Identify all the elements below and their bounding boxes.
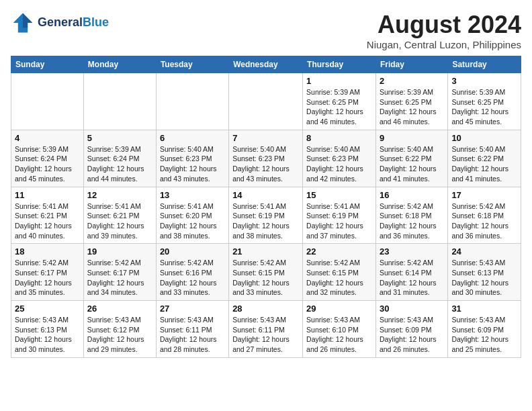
calendar-cell: 5Sunrise: 5:39 AM Sunset: 6:24 PM Daylig… [83,130,156,187]
weekday-header-row: SundayMondayTuesdayWednesdayThursdayFrid… [11,56,521,73]
day-number: 23 [380,246,444,257]
day-number: 14 [232,190,299,200]
day-info: Sunrise: 5:41 AM Sunset: 6:20 PM Dayligh… [160,201,225,241]
day-number: 22 [306,246,372,257]
day-number: 8 [306,133,372,143]
calendar-week-2: 4Sunrise: 5:39 AM Sunset: 6:24 PM Daylig… [11,130,521,187]
calendar-cell: 27Sunrise: 5:43 AM Sunset: 6:11 PM Dayli… [156,301,228,358]
page-header: GeneralBlue August 2024 Niugan, Central … [11,11,521,50]
calendar-cell: 3Sunrise: 5:39 AM Sunset: 6:25 PM Daylig… [448,73,521,130]
day-info: Sunrise: 5:39 AM Sunset: 6:24 PM Dayligh… [87,144,152,184]
day-number: 1 [306,76,372,86]
day-number: 17 [451,190,517,200]
calendar-cell: 19Sunrise: 5:42 AM Sunset: 6:17 PM Dayli… [83,244,156,301]
weekday-header-wednesday: Wednesday [229,56,303,73]
calendar-cell [156,73,228,130]
day-number: 5 [87,133,152,143]
calendar-cell: 11Sunrise: 5:41 AM Sunset: 6:21 PM Dayli… [11,187,84,244]
day-number: 25 [15,304,80,314]
calendar-week-1: 1Sunrise: 5:39 AM Sunset: 6:25 PM Daylig… [11,73,521,130]
day-info: Sunrise: 5:42 AM Sunset: 6:15 PM Dayligh… [232,258,299,298]
weekday-header-thursday: Thursday [303,56,376,73]
calendar-table: SundayMondayTuesdayWednesdayThursdayFrid… [11,56,521,358]
calendar-cell: 14Sunrise: 5:41 AM Sunset: 6:19 PM Dayli… [229,187,303,244]
day-info: Sunrise: 5:40 AM Sunset: 6:22 PM Dayligh… [451,144,517,184]
day-info: Sunrise: 5:39 AM Sunset: 6:25 PM Dayligh… [380,87,444,127]
day-info: Sunrise: 5:39 AM Sunset: 6:25 PM Dayligh… [451,87,517,127]
day-info: Sunrise: 5:40 AM Sunset: 6:23 PM Dayligh… [306,144,372,184]
calendar-cell: 17Sunrise: 5:42 AM Sunset: 6:18 PM Dayli… [448,187,521,244]
day-info: Sunrise: 5:43 AM Sunset: 6:11 PM Dayligh… [232,315,299,355]
calendar-body: 1Sunrise: 5:39 AM Sunset: 6:25 PM Daylig… [11,73,521,358]
calendar-cell: 12Sunrise: 5:41 AM Sunset: 6:21 PM Dayli… [83,187,156,244]
calendar-cell: 21Sunrise: 5:42 AM Sunset: 6:15 PM Dayli… [229,244,303,301]
weekday-header-monday: Monday [83,56,156,73]
day-info: Sunrise: 5:41 AM Sunset: 6:21 PM Dayligh… [15,201,80,241]
title-block: August 2024 Niugan, Central Luzon, Phili… [367,11,521,50]
day-number: 18 [15,246,80,257]
calendar-cell: 2Sunrise: 5:39 AM Sunset: 6:25 PM Daylig… [375,73,447,130]
svg-marker-1 [23,13,32,28]
weekday-header-tuesday: Tuesday [156,56,228,73]
day-info: Sunrise: 5:41 AM Sunset: 6:19 PM Dayligh… [232,201,299,241]
day-number: 26 [87,304,152,314]
logo: GeneralBlue [11,11,109,35]
weekday-header-saturday: Saturday [448,56,521,73]
calendar-cell: 16Sunrise: 5:42 AM Sunset: 6:18 PM Dayli… [375,187,447,244]
day-number: 30 [380,304,444,314]
day-info: Sunrise: 5:41 AM Sunset: 6:19 PM Dayligh… [306,201,372,241]
calendar-week-4: 18Sunrise: 5:42 AM Sunset: 6:17 PM Dayli… [11,244,521,301]
calendar-cell [83,73,156,130]
calendar-cell: 13Sunrise: 5:41 AM Sunset: 6:20 PM Dayli… [156,187,228,244]
location: Niugan, Central Luzon, Philippines [367,39,521,50]
day-number: 19 [87,246,152,257]
day-info: Sunrise: 5:40 AM Sunset: 6:23 PM Dayligh… [160,144,225,184]
day-info: Sunrise: 5:43 AM Sunset: 6:11 PM Dayligh… [160,315,225,355]
day-info: Sunrise: 5:43 AM Sunset: 6:12 PM Dayligh… [87,315,152,355]
day-number: 28 [232,304,299,314]
day-info: Sunrise: 5:42 AM Sunset: 6:15 PM Dayligh… [306,258,372,298]
day-number: 27 [160,304,225,314]
day-info: Sunrise: 5:42 AM Sunset: 6:16 PM Dayligh… [160,258,225,298]
calendar-cell: 24Sunrise: 5:43 AM Sunset: 6:13 PM Dayli… [448,244,521,301]
day-info: Sunrise: 5:42 AM Sunset: 6:17 PM Dayligh… [87,258,152,298]
calendar-cell [11,73,84,130]
calendar-week-3: 11Sunrise: 5:41 AM Sunset: 6:21 PM Dayli… [11,187,521,244]
day-number: 11 [15,190,80,200]
day-info: Sunrise: 5:43 AM Sunset: 6:09 PM Dayligh… [451,315,517,355]
calendar-cell: 29Sunrise: 5:43 AM Sunset: 6:10 PM Dayli… [303,301,376,358]
day-number: 9 [380,133,444,143]
day-info: Sunrise: 5:40 AM Sunset: 6:23 PM Dayligh… [232,144,299,184]
day-number: 4 [15,133,80,143]
day-number: 2 [380,76,444,86]
calendar-cell: 7Sunrise: 5:40 AM Sunset: 6:23 PM Daylig… [229,130,303,187]
day-number: 15 [306,190,372,200]
calendar-cell: 9Sunrise: 5:40 AM Sunset: 6:22 PM Daylig… [375,130,447,187]
day-number: 3 [451,76,517,86]
day-info: Sunrise: 5:39 AM Sunset: 6:24 PM Dayligh… [15,144,80,184]
day-number: 31 [451,304,517,314]
weekday-header-friday: Friday [375,56,447,73]
day-info: Sunrise: 5:40 AM Sunset: 6:22 PM Dayligh… [380,144,444,184]
day-number: 10 [451,133,517,143]
calendar-cell: 25Sunrise: 5:43 AM Sunset: 6:13 PM Dayli… [11,301,84,358]
day-info: Sunrise: 5:43 AM Sunset: 6:13 PM Dayligh… [451,258,517,298]
day-info: Sunrise: 5:42 AM Sunset: 6:18 PM Dayligh… [451,201,517,241]
weekday-header-sunday: Sunday [11,56,84,73]
calendar-cell: 22Sunrise: 5:42 AM Sunset: 6:15 PM Dayli… [303,244,376,301]
day-info: Sunrise: 5:42 AM Sunset: 6:14 PM Dayligh… [380,258,444,298]
calendar-week-5: 25Sunrise: 5:43 AM Sunset: 6:13 PM Dayli… [11,301,521,358]
calendar-cell: 10Sunrise: 5:40 AM Sunset: 6:22 PM Dayli… [448,130,521,187]
calendar-cell: 1Sunrise: 5:39 AM Sunset: 6:25 PM Daylig… [303,73,376,130]
day-number: 7 [232,133,299,143]
month-title: August 2024 [367,11,521,39]
calendar-cell: 31Sunrise: 5:43 AM Sunset: 6:09 PM Dayli… [448,301,521,358]
calendar-cell: 23Sunrise: 5:42 AM Sunset: 6:14 PM Dayli… [375,244,447,301]
day-info: Sunrise: 5:43 AM Sunset: 6:13 PM Dayligh… [15,315,80,355]
day-info: Sunrise: 5:42 AM Sunset: 6:17 PM Dayligh… [15,258,80,298]
day-number: 24 [451,246,517,257]
day-info: Sunrise: 5:42 AM Sunset: 6:18 PM Dayligh… [380,201,444,241]
day-number: 20 [160,246,225,257]
day-number: 16 [380,190,444,200]
day-number: 12 [87,190,152,200]
